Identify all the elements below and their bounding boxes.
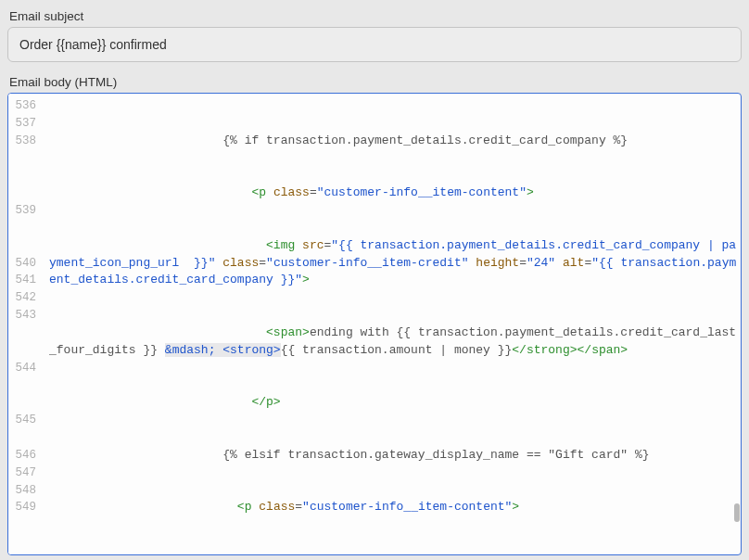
line-number: 536 [8,97,36,115]
email-subject-input[interactable] [7,27,742,62]
line-number: 547 [8,465,36,482]
code-line[interactable]: {% elsif transaction.gateway_display_nam… [49,447,737,465]
line-number: 546 [8,447,36,465]
editor-code[interactable]: {% if transaction.payment_details.credit… [42,94,741,554]
scrollbar-thumb[interactable] [734,503,740,522]
line-number: 544 [8,360,36,413]
line-number: 541 [8,272,36,289]
line-number: 543 [8,307,36,360]
code-line[interactable]: <img src="{{ transaction.gateway_display… [49,552,737,554]
editor-gutter: 536 537 538 539 540 541 542 543 544 545 … [8,94,42,554]
line-number: 540 [8,255,36,273]
code-line[interactable]: <span>ending with {{ transaction.payment… [49,325,737,360]
line-number: 538 [8,133,36,202]
code-line[interactable]: </p> [49,394,737,412]
line-number: 537 [8,115,36,133]
email-body-label: Email body (HTML) [7,75,742,89]
code-line[interactable]: {% if transaction.payment_details.credit… [49,133,737,150]
code-line[interactable]: <img src="{{ transaction.payment_details… [49,237,737,290]
code-line[interactable]: <p class="customer-info__item-content"> [49,499,737,516]
line-number: 545 [8,412,36,447]
line-number: 548 [8,482,36,500]
code-line[interactable]: <p class="customer-info__item-content"> [49,185,737,202]
line-number: 549 [8,499,36,534]
line-number: 539 [8,202,36,255]
line-number: 542 [8,289,36,307]
email-body-editor[interactable]: 536 537 538 539 540 541 542 543 544 545 … [7,93,742,555]
email-subject-label: Email subject [7,9,742,23]
